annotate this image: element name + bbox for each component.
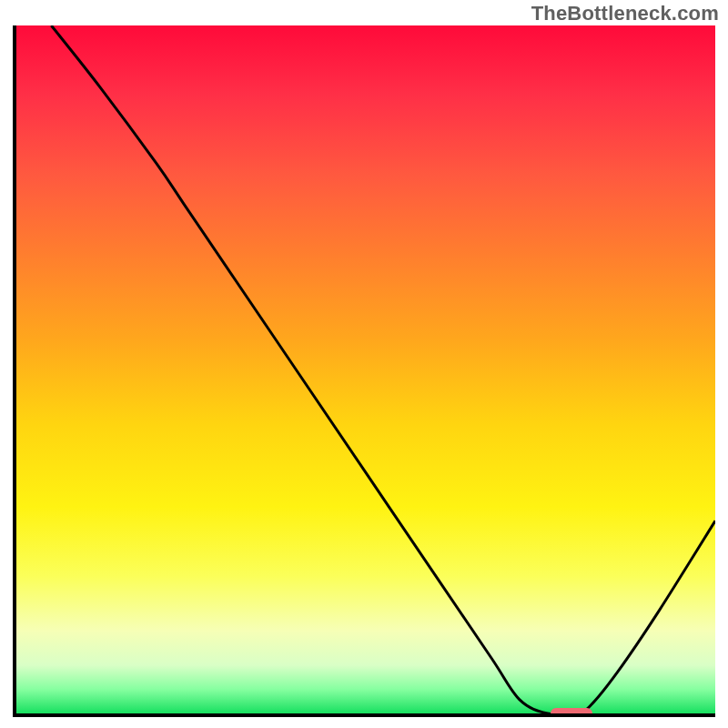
optimal-range-marker <box>551 708 592 717</box>
chart-container: TheBottleneck.com <box>0 0 728 728</box>
plot-area <box>13 25 715 717</box>
watermark-text: TheBottleneck.com <box>531 2 719 25</box>
bottleneck-curve <box>16 25 715 713</box>
curve-path <box>51 25 715 713</box>
